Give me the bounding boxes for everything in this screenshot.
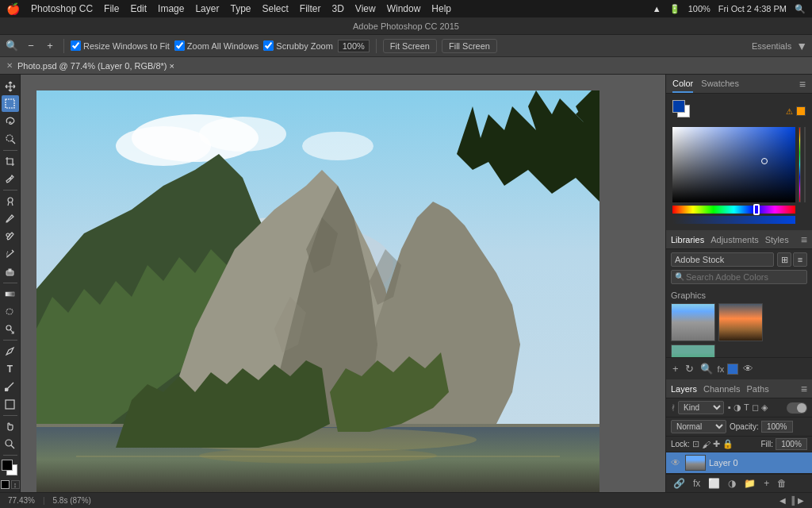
- zoom-all-windows-check[interactable]: Zoom All Windows: [174, 40, 259, 51]
- layer-adjustment-button[interactable]: ◑: [726, 477, 738, 490]
- library-item-mountain[interactable]: [671, 303, 715, 341]
- fill-screen-button[interactable]: Fill Screen: [442, 39, 497, 53]
- scrubby-zoom-check[interactable]: Scrubby Zoom: [263, 40, 333, 51]
- fill-input[interactable]: [776, 438, 807, 450]
- lasso-tool[interactable]: [2, 113, 19, 129]
- filter-shape-icon[interactable]: ◻: [752, 402, 759, 413]
- gamut-warning-swatch[interactable]: [796, 106, 806, 116]
- fg-swatch[interactable]: [672, 100, 685, 113]
- filter-kind-dropdown[interactable]: Kind: [678, 401, 724, 414]
- pen-tool[interactable]: [2, 343, 19, 360]
- status-arrow-right[interactable]: ▶: [798, 496, 804, 505]
- apple-logo[interactable]: 🍎: [6, 2, 20, 15]
- quick-select-tool[interactable]: [2, 130, 19, 147]
- menu-help[interactable]: Help: [431, 3, 451, 14]
- library-grid-view[interactable]: ⊞: [777, 252, 791, 267]
- zoom-mode-icon[interactable]: 🔍: [5, 39, 19, 53]
- layer-visibility-icon[interactable]: 👁: [671, 457, 682, 468]
- switch-colors[interactable]: ↕: [11, 480, 20, 489]
- tab-color[interactable]: Color: [672, 75, 693, 93]
- library-add-button[interactable]: +: [671, 361, 680, 376]
- tab-layers[interactable]: Layers: [671, 384, 697, 394]
- library-list-view[interactable]: ≡: [793, 252, 807, 267]
- zoom-out-icon[interactable]: −: [24, 39, 38, 53]
- tab-libraries[interactable]: Libraries: [671, 233, 704, 246]
- menu-select[interactable]: Select: [262, 3, 288, 14]
- filter-smart-icon[interactable]: ◈: [761, 402, 768, 413]
- color-saturation-picker[interactable]: [672, 127, 795, 202]
- search-icon[interactable]: 🔍: [795, 4, 806, 14]
- tab-styles[interactable]: Styles: [765, 233, 789, 246]
- library-visible-button[interactable]: 👁: [741, 361, 755, 376]
- menu-edit[interactable]: Edit: [130, 3, 147, 14]
- color-swatches[interactable]: [2, 460, 19, 476]
- menu-image[interactable]: Image: [158, 3, 184, 14]
- blend-mode-dropdown[interactable]: Normal: [671, 420, 726, 433]
- gradient-tool[interactable]: [2, 286, 19, 302]
- menu-3d[interactable]: 3D: [332, 3, 344, 14]
- menu-view[interactable]: View: [355, 3, 376, 14]
- hand-tool[interactable]: [2, 418, 19, 435]
- library-search-input[interactable]: [671, 270, 807, 284]
- tab-close-button[interactable]: ✕: [6, 61, 13, 70]
- set-default-colors[interactable]: [1, 480, 10, 489]
- tab-paths[interactable]: Paths: [747, 384, 769, 394]
- menu-window[interactable]: Window: [387, 3, 421, 14]
- layers-menu-icon[interactable]: ≡: [801, 383, 807, 395]
- path-selection-tool[interactable]: [2, 378, 19, 394]
- filter-pixel-icon[interactable]: ▪: [728, 402, 731, 413]
- hue-slider[interactable]: [672, 206, 795, 214]
- layer-delete-button[interactable]: 🗑: [775, 477, 789, 490]
- hue-strip[interactable]: [799, 127, 801, 202]
- menu-filter[interactable]: Filter: [300, 3, 321, 14]
- layer-item-0[interactable]: 👁 Layer 0: [666, 452, 812, 474]
- text-tool[interactable]: T: [2, 360, 19, 377]
- alpha-strip[interactable]: [804, 127, 806, 202]
- filter-type-icon[interactable]: T: [744, 402, 749, 413]
- lock-image-icon[interactable]: 🖌: [702, 440, 710, 449]
- essentials-label[interactable]: Essentials: [752, 41, 791, 51]
- lock-transparent-icon[interactable]: ⊡: [692, 439, 699, 449]
- tab-channels[interactable]: Channels: [703, 384, 740, 394]
- opacity-input[interactable]: [761, 421, 793, 433]
- filter-adjustment-icon[interactable]: ◑: [733, 402, 741, 413]
- eyedropper-tool[interactable]: [2, 171, 19, 187]
- library-item-sunset[interactable]: [718, 303, 763, 341]
- library-search-button[interactable]: 🔍: [699, 361, 714, 376]
- zoom-value-input[interactable]: [338, 40, 370, 52]
- crop-tool[interactable]: [2, 153, 19, 170]
- panel-menu-icon[interactable]: ≡: [799, 78, 806, 90]
- panel-options-icon[interactable]: ▼: [796, 40, 807, 52]
- clone-stamp-tool[interactable]: [2, 228, 19, 244]
- layer-link-button[interactable]: 🔗: [671, 477, 688, 490]
- tab-adjustments[interactable]: Adjustments: [710, 233, 759, 246]
- layer-new-button[interactable]: +: [761, 477, 772, 490]
- menu-file[interactable]: File: [104, 3, 119, 14]
- blur-tool[interactable]: [2, 303, 19, 320]
- dodge-tool[interactable]: [2, 321, 19, 337]
- menu-photoshop[interactable]: Photoshop CC: [31, 3, 93, 14]
- move-tool[interactable]: [2, 78, 19, 94]
- lock-all-icon[interactable]: 🔒: [722, 439, 733, 449]
- fit-screen-button[interactable]: Fit Screen: [383, 39, 437, 53]
- fg-bg-swatches[interactable]: [672, 100, 695, 122]
- library-item-forest[interactable]: [671, 344, 715, 357]
- zoom-in-icon[interactable]: +: [43, 39, 57, 53]
- shape-tool[interactable]: [2, 396, 19, 413]
- library-color-chip[interactable]: [727, 364, 738, 375]
- library-sync-button[interactable]: ↻: [684, 361, 695, 376]
- alpha-slider[interactable]: [672, 216, 795, 224]
- resize-windows-check[interactable]: Resize Windows to Fit: [71, 40, 170, 51]
- layer-mask-button[interactable]: ⬜: [706, 477, 722, 490]
- brush-tool[interactable]: [2, 210, 19, 227]
- status-arrow-left[interactable]: ◀: [779, 496, 786, 505]
- layer-fx-button[interactable]: fx: [691, 477, 703, 490]
- filter-toggle[interactable]: [787, 402, 807, 414]
- library-dropdown[interactable]: Adobe Stock: [671, 252, 774, 267]
- zoom-tool[interactable]: [2, 436, 19, 452]
- libraries-menu-icon[interactable]: ≡: [801, 233, 807, 246]
- history-brush-tool[interactable]: [2, 245, 19, 262]
- selection-tool[interactable]: [2, 95, 19, 112]
- layer-folder-button[interactable]: 📁: [741, 477, 758, 490]
- document-tab[interactable]: ✕ Photo.psd @ 77.4% (Layer 0, RGB/8*) ×: [0, 57, 812, 75]
